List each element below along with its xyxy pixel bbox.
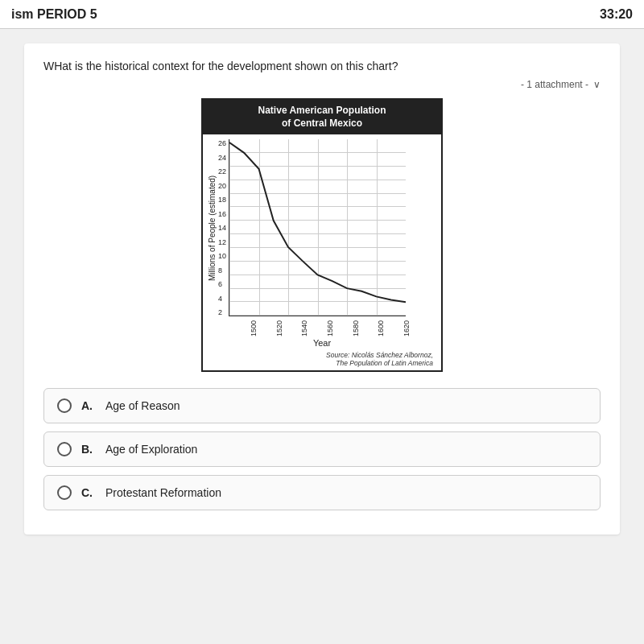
radio-a[interactable] bbox=[57, 398, 72, 413]
chart-source: Source: Nicolás Sánchez Albornoz, The Po… bbox=[208, 349, 436, 370]
chart-area: Millions of People (estimated) 2 4 6 8 1… bbox=[208, 139, 436, 316]
radio-c[interactable] bbox=[57, 485, 72, 500]
chevron-down-icon[interactable]: ∨ bbox=[593, 79, 601, 90]
option-b-label: B. bbox=[81, 443, 97, 456]
question-text: WHat is the historical context for the d… bbox=[43, 60, 601, 72]
chart-inner: Millions of People (estimated) 2 4 6 8 1… bbox=[203, 134, 441, 370]
option-c-label: C. bbox=[81, 486, 97, 499]
option-a[interactable]: A. Age of Reason bbox=[43, 388, 601, 423]
page-title: ism PERIOD 5 bbox=[11, 7, 97, 22]
option-c-text: Protestant Reformation bbox=[105, 486, 221, 499]
radio-b[interactable] bbox=[57, 442, 72, 456]
attachment-label: - 1 attachment - bbox=[521, 79, 588, 90]
chart-title: Native American Population of Central Me… bbox=[203, 100, 441, 134]
timer: 33:20 bbox=[600, 7, 633, 22]
option-b[interactable]: B. Age of Exploration bbox=[43, 431, 601, 467]
x-axis-label: Year bbox=[208, 338, 436, 348]
option-a-label: A. bbox=[81, 399, 97, 412]
top-bar: ism PERIOD 5 33:20 bbox=[0, 0, 644, 29]
option-b-text: Age of Exploration bbox=[105, 443, 197, 456]
attachment-row: - 1 attachment - ∨ bbox=[43, 79, 601, 90]
chart-plot bbox=[229, 139, 406, 316]
population-curve bbox=[229, 139, 406, 316]
chart-box: Native American Population of Central Me… bbox=[201, 98, 443, 372]
option-c[interactable]: C. Protestant Reformation bbox=[43, 475, 601, 510]
y-axis-label: Millions of People (estimated) bbox=[208, 139, 217, 316]
chart-wrapper: Native American Population of Central Me… bbox=[43, 98, 601, 372]
x-ticks: 1500 1520 1540 1560 1580 1600 1620 bbox=[250, 320, 427, 336]
y-ticks: 2 4 6 8 10 12 14 16 18 20 22 24 26 bbox=[218, 139, 229, 316]
option-a-text: Age of Reason bbox=[105, 399, 180, 412]
main-content: WHat is the historical context for the d… bbox=[24, 43, 620, 535]
